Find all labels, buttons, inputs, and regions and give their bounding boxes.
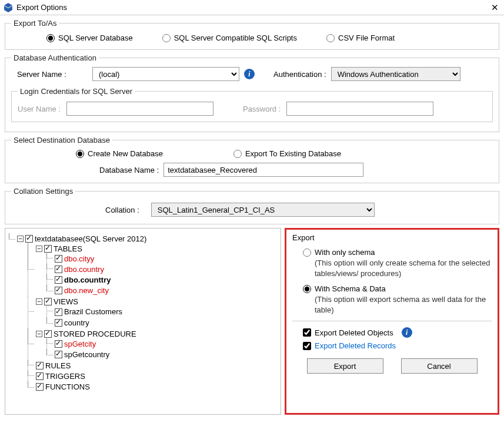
server-name-label: Server Name : xyxy=(17,70,88,79)
destination-legend: Select Destination Database xyxy=(11,136,112,145)
tree-checkbox[interactable] xyxy=(44,330,52,338)
password-label: Password : xyxy=(243,105,281,113)
authentication-select[interactable]: Windows Authentication xyxy=(331,67,460,81)
export-options-panel: Export With only schema (This option wil… xyxy=(285,228,499,415)
tree-checkbox[interactable] xyxy=(44,245,52,253)
object-tree[interactable]: −textdatabasee(SQL Server 2012)−TABLESdb… xyxy=(5,228,281,415)
tree-checkbox[interactable] xyxy=(55,319,62,327)
tree-item-label[interactable]: dbo.country xyxy=(64,265,104,274)
tree-item-label[interactable]: dbo.counttry xyxy=(64,276,111,284)
radio-csv-label: CSV File Format xyxy=(338,33,395,42)
authentication-label: Authentication : xyxy=(273,70,326,79)
db-name-label: Database Name : xyxy=(99,166,159,174)
info-icon[interactable]: i xyxy=(244,69,255,79)
tree-checkbox[interactable] xyxy=(36,362,44,369)
tree-toggle[interactable]: − xyxy=(36,298,42,305)
tree-toggle[interactable]: − xyxy=(36,246,42,252)
tree-checkbox[interactable] xyxy=(55,276,62,284)
tree-checkbox[interactable] xyxy=(55,266,62,273)
tree-group-label: STORED PROCEDURE xyxy=(54,330,136,338)
checkbox-deleted-records[interactable] xyxy=(303,342,311,350)
collation-label: Collation : xyxy=(105,206,139,214)
tree-group-label: TABLES xyxy=(54,244,82,253)
tree-checkbox[interactable] xyxy=(55,287,62,294)
tree-toggle[interactable]: − xyxy=(17,236,24,242)
tree-group-label: TRIGGERS xyxy=(45,372,85,381)
close-button[interactable]: ✕ xyxy=(489,2,500,13)
tree-checkbox[interactable] xyxy=(36,372,44,380)
db-auth-legend: Database Authentication xyxy=(11,53,99,62)
collation-legend: Collation Settings xyxy=(11,187,75,196)
radio-sql-server-db-label: SQL Server Database xyxy=(58,33,133,42)
tree-checkbox[interactable] xyxy=(36,383,44,391)
tree-group-label: VIEWS xyxy=(54,297,78,306)
tree-toggle[interactable]: − xyxy=(36,331,42,337)
schema-data-desc: (This option will export schema as well … xyxy=(303,294,492,315)
info-icon[interactable]: i xyxy=(402,327,412,338)
radio-create-new-db[interactable] xyxy=(76,150,84,158)
radio-sql-scripts[interactable] xyxy=(162,34,171,42)
tree-item-label[interactable]: spGetcity xyxy=(64,340,96,348)
export-header: Export xyxy=(292,233,492,242)
radio-schema-data-label: With Schema & Data xyxy=(315,284,386,293)
username-input[interactable] xyxy=(66,102,213,116)
radio-sql-server-db[interactable] xyxy=(46,34,55,42)
window-title: Export Options xyxy=(16,3,489,12)
tree-checkbox[interactable] xyxy=(55,308,62,316)
destination-group: Select Destination Database Create New D… xyxy=(5,136,499,183)
radio-csv[interactable] xyxy=(326,34,335,42)
radio-only-schema[interactable] xyxy=(303,248,311,257)
radio-export-existing-db[interactable] xyxy=(233,150,242,158)
tree-group-label: RULES xyxy=(45,361,71,370)
checkbox-deleted-records-label: Export Deleted Records xyxy=(315,341,396,350)
radio-only-schema-label: With only schema xyxy=(315,248,375,257)
radio-sql-scripts-label: SQL Server Compatible SQL Scripts xyxy=(174,33,297,42)
collation-select[interactable]: SQL_Latin1_General_CP1_CI_AS xyxy=(151,203,375,217)
db-name-input[interactable] xyxy=(163,163,363,177)
checkbox-deleted-objects-label: Export Deleted Objects xyxy=(315,328,393,337)
tree-item-label[interactable]: Brazil Customers xyxy=(64,308,122,317)
tree-checkbox[interactable] xyxy=(55,351,62,358)
login-credentials-legend: Login Credentials for SQL Server xyxy=(18,87,135,96)
title-bar: Export Options ✕ xyxy=(0,0,504,15)
tree-checkbox[interactable] xyxy=(55,340,62,348)
radio-create-new-db-label: Create New Database xyxy=(88,149,163,158)
tree-group-label: FUNCTIONS xyxy=(45,382,90,391)
tree-checkbox[interactable] xyxy=(55,255,62,263)
tree-item-label[interactable]: dbo.new_city xyxy=(64,286,109,295)
tree-item-label[interactable]: dbo.cityy xyxy=(64,254,94,263)
export-to-group: Export To/As SQL Server Database SQL Ser… xyxy=(5,19,499,50)
tree-item-label[interactable]: spGetcountry xyxy=(64,350,109,359)
password-input[interactable] xyxy=(286,102,433,116)
checkbox-deleted-objects[interactable] xyxy=(303,328,311,337)
export-button[interactable]: Export xyxy=(307,358,383,374)
radio-schema-data[interactable] xyxy=(303,285,311,293)
app-icon xyxy=(4,3,13,12)
tree-item-label[interactable]: country xyxy=(64,318,89,327)
tree-checkbox[interactable] xyxy=(25,235,33,243)
server-name-select[interactable]: (local) xyxy=(92,67,239,81)
tree-checkbox[interactable] xyxy=(44,298,52,305)
db-auth-group: Database Authentication Server Name : (l… xyxy=(5,53,499,132)
cancel-button[interactable]: Cancel xyxy=(401,358,478,374)
only-schema-desc: (This option will only create schema for… xyxy=(303,258,492,278)
radio-export-existing-db-label: Export To Existing Database xyxy=(245,149,341,158)
export-to-legend: Export To/As xyxy=(11,19,59,28)
login-credentials-group: Login Credentials for SQL Server User Na… xyxy=(11,87,493,122)
collation-group: Collation Settings Collation : SQL_Latin… xyxy=(5,187,499,224)
tree-root-label: textdatabasee(SQL Server 2012) xyxy=(35,234,146,243)
username-label: User Name : xyxy=(18,105,61,113)
